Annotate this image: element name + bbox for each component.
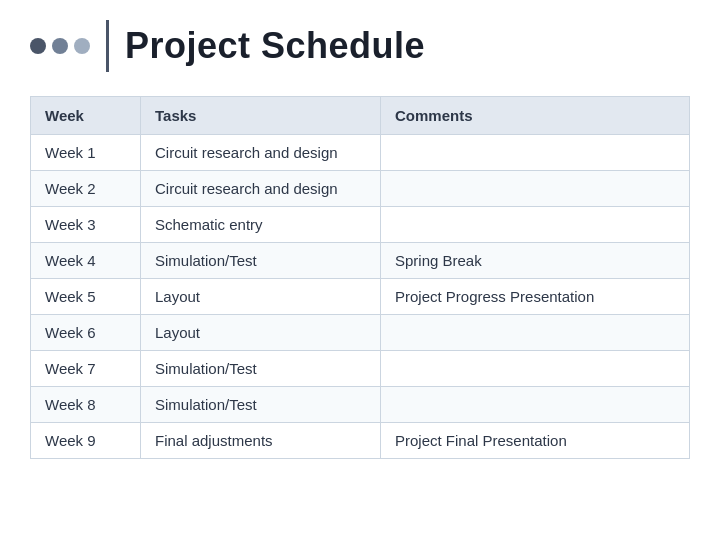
cell-tasks: Final adjustments (141, 423, 381, 459)
table-body: Week 1Circuit research and designWeek 2C… (31, 135, 690, 459)
cell-week: Week 5 (31, 279, 141, 315)
cell-week: Week 3 (31, 207, 141, 243)
cell-tasks: Layout (141, 279, 381, 315)
table-row: Week 9Final adjustmentsProject Final Pre… (31, 423, 690, 459)
table-row: Week 4Simulation/TestSpring Break (31, 243, 690, 279)
col-header-tasks: Tasks (141, 97, 381, 135)
page: Project Schedule Week Tasks Comments Wee… (0, 0, 720, 540)
dot-1 (30, 38, 46, 54)
cell-tasks: Simulation/Test (141, 351, 381, 387)
cell-comments (381, 135, 690, 171)
cell-tasks: Simulation/Test (141, 387, 381, 423)
header: Project Schedule (30, 20, 690, 72)
schedule-table: Week Tasks Comments Week 1Circuit resear… (30, 96, 690, 459)
col-header-week: Week (31, 97, 141, 135)
table-row: Week 1Circuit research and design (31, 135, 690, 171)
dot-2 (52, 38, 68, 54)
cell-week: Week 2 (31, 171, 141, 207)
cell-comments: Project Progress Presentation (381, 279, 690, 315)
table-row: Week 7Simulation/Test (31, 351, 690, 387)
cell-tasks: Circuit research and design (141, 171, 381, 207)
cell-comments (381, 207, 690, 243)
table-row: Week 5LayoutProject Progress Presentatio… (31, 279, 690, 315)
cell-week: Week 4 (31, 243, 141, 279)
cell-week: Week 9 (31, 423, 141, 459)
cell-comments (381, 171, 690, 207)
cell-tasks: Layout (141, 315, 381, 351)
cell-week: Week 1 (31, 135, 141, 171)
cell-comments (381, 351, 690, 387)
cell-comments: Project Final Presentation (381, 423, 690, 459)
cell-comments: Spring Break (381, 243, 690, 279)
dot-3 (74, 38, 90, 54)
schedule-table-container: Week Tasks Comments Week 1Circuit resear… (30, 96, 690, 520)
page-title: Project Schedule (125, 25, 425, 67)
cell-comments (381, 387, 690, 423)
cell-comments (381, 315, 690, 351)
table-row: Week 3Schematic entry (31, 207, 690, 243)
cell-tasks: Schematic entry (141, 207, 381, 243)
header-divider (106, 20, 109, 72)
table-row: Week 2Circuit research and design (31, 171, 690, 207)
dots-decoration (30, 38, 90, 54)
table-header-row: Week Tasks Comments (31, 97, 690, 135)
cell-week: Week 7 (31, 351, 141, 387)
table-row: Week 8Simulation/Test (31, 387, 690, 423)
table-row: Week 6Layout (31, 315, 690, 351)
cell-week: Week 6 (31, 315, 141, 351)
cell-tasks: Simulation/Test (141, 243, 381, 279)
col-header-comments: Comments (381, 97, 690, 135)
cell-tasks: Circuit research and design (141, 135, 381, 171)
cell-week: Week 8 (31, 387, 141, 423)
